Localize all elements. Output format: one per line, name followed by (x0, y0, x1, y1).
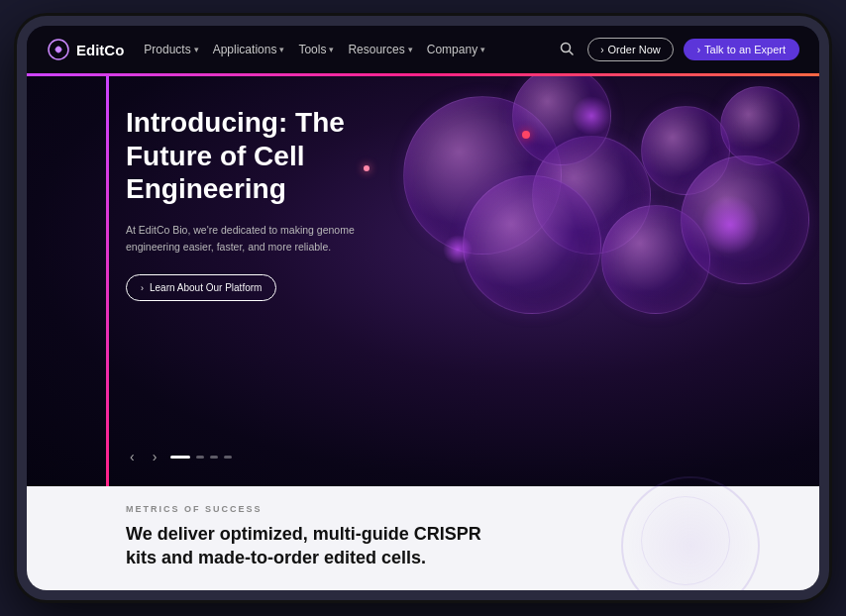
cell-sphere-4 (463, 175, 601, 314)
metrics-deco-circle-2 (641, 496, 730, 585)
carousel-controls: ‹ › (126, 447, 232, 466)
arrow-icon: › (141, 283, 144, 293)
logo-text: EditCo (76, 42, 124, 58)
hero-subtitle: At EditCo Bio, we're dedicated to making… (126, 222, 364, 256)
nav-item-applications[interactable]: Applications ▾ (213, 43, 285, 56)
logo-area[interactable]: EditCo (47, 38, 124, 61)
left-accent-bar (106, 76, 109, 486)
carousel-next-button[interactable]: › (149, 447, 161, 466)
hero-content: Introducing: The Future of Cell Engineer… (126, 106, 423, 301)
carousel-dot-4[interactable] (224, 456, 232, 459)
order-now-button[interactable]: › Order Now (587, 38, 674, 61)
hero-title: Introducing: The Future of Cell Engineer… (126, 106, 423, 206)
editco-logo-icon (47, 38, 70, 61)
nav-links: Products ▾ Applications ▾ Tools ▾ Resour… (144, 43, 536, 56)
carousel-dot-2[interactable] (196, 456, 204, 459)
nav-item-company[interactable]: Company ▾ (427, 43, 485, 56)
glow-dot-2 (572, 96, 611, 136)
chevron-icon: ▾ (408, 45, 413, 54)
learn-platform-button[interactable]: › Learn About Our Platform (126, 274, 276, 301)
search-button[interactable] (556, 38, 578, 62)
chevron-icon: ▾ (279, 45, 284, 54)
chevron-icon: ▾ (329, 45, 334, 54)
metrics-text: We deliver optimized, multi-guide CRISPR… (126, 522, 502, 570)
carousel-dot-1[interactable] (170, 456, 190, 459)
svg-point-1 (55, 47, 61, 52)
hero-section: Introducing: The Future of Cell Engineer… (27, 76, 819, 486)
carousel-prev-button[interactable]: ‹ (126, 447, 139, 466)
nav-item-products[interactable]: Products ▾ (144, 43, 198, 56)
arrow-icon: › (600, 45, 603, 55)
talk-to-expert-button[interactable]: › Talk to an Expert (684, 39, 799, 60)
arrow-icon: › (697, 45, 700, 55)
chevron-icon: ▾ (480, 45, 485, 54)
tablet-frame: EditCo Products ▾ Applications ▾ Tools ▾… (17, 16, 829, 600)
svg-line-3 (570, 51, 574, 54)
glow-dot-1 (700, 195, 760, 255)
glow-dot-3 (443, 235, 473, 264)
screen: EditCo Products ▾ Applications ▾ Tools ▾… (27, 26, 819, 590)
carousel-dots (170, 456, 232, 459)
nav-actions: › Order Now › Talk to an Expert (556, 38, 799, 62)
search-icon (560, 42, 574, 55)
nav-item-resources[interactable]: Resources ▾ (348, 43, 412, 56)
red-accent-dot (522, 131, 530, 139)
chevron-icon: ▾ (194, 45, 199, 54)
cell-sphere-7 (720, 86, 799, 165)
metrics-section: Metrics of Success We deliver optimized,… (27, 486, 819, 590)
carousel-dot-3[interactable] (210, 456, 218, 459)
navbar: EditCo Products ▾ Applications ▾ Tools ▾… (27, 26, 819, 73)
nav-item-tools[interactable]: Tools ▾ (298, 43, 334, 56)
